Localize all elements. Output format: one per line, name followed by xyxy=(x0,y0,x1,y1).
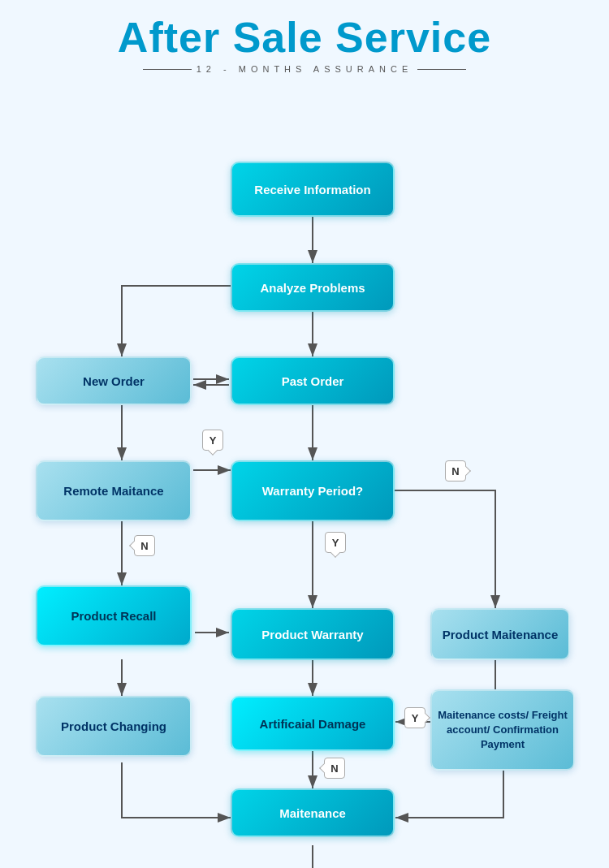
node-product-warranty: Product Warranty xyxy=(231,608,395,660)
node-product-recall: Product Recall xyxy=(36,585,192,646)
label-y-new-order-warranty: Y xyxy=(202,430,223,451)
node-analyze-problems: Analyze Problems xyxy=(231,263,395,312)
node-product-changing: Product Changing xyxy=(36,696,192,757)
node-new-order: New Order xyxy=(36,356,192,405)
node-past-order: Past Order xyxy=(231,356,395,405)
node-maitenance: Maitenance xyxy=(231,788,395,837)
divider-right xyxy=(417,69,466,70)
label-n-warranty-product-maitenance: N xyxy=(445,460,466,482)
label-y-warranty-product-warranty: Y xyxy=(325,532,346,553)
node-maitenance-costs: Maitenance costs/ Freight account/ Confi… xyxy=(430,689,575,771)
node-warranty-period: Warranty Period? xyxy=(231,460,395,521)
page-wrapper: After Sale Service 12 - MONTHS ASSURANCE xyxy=(0,0,609,113)
page-title: After Sale Service xyxy=(0,15,609,61)
label-n-artificaial-maitenance: N xyxy=(324,758,345,779)
divider-left xyxy=(143,69,192,70)
header-subtitle: 12 - MONTHS ASSURANCE xyxy=(0,64,609,74)
label-y-artificaial-maitenance-costs: Y xyxy=(404,707,425,728)
node-product-maitenance: Product Maitenance xyxy=(430,608,570,660)
node-remote-maitance: Remote Maitance xyxy=(36,460,192,521)
node-receive-information: Receive Information xyxy=(231,162,395,217)
label-n-remote-product-recall: N xyxy=(134,535,155,556)
node-artificaial-damage: Artificaial Damage xyxy=(231,696,395,751)
header: After Sale Service 12 - MONTHS ASSURANCE xyxy=(0,0,609,80)
